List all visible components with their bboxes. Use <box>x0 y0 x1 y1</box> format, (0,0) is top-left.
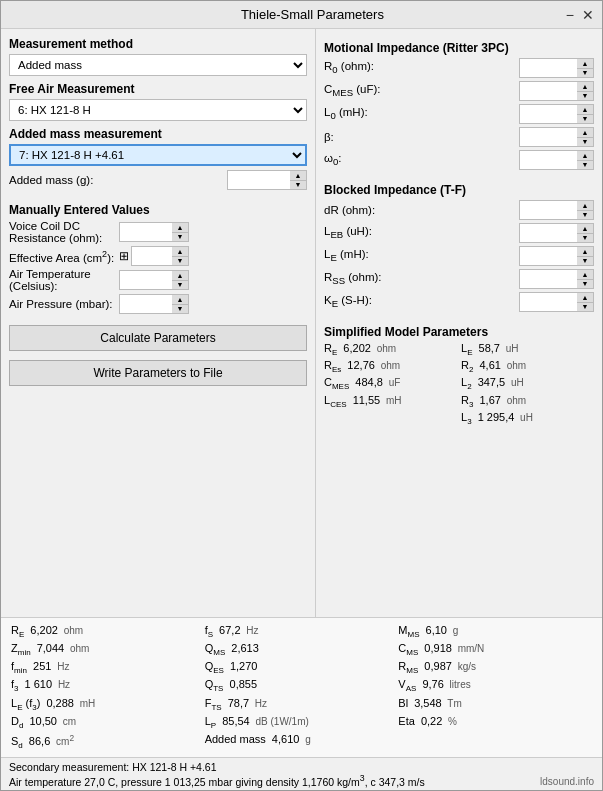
stat-FTS: FTS 78,7 Hz <box>205 697 399 712</box>
voice-coil-spinner[interactable]: ▲ ▼ <box>172 223 188 241</box>
air-temp-spinner[interactable]: ▲ ▼ <box>172 271 188 289</box>
calculate-button[interactable]: Calculate Parameters <box>9 325 307 351</box>
spin-up-btn[interactable]: ▲ <box>172 247 188 257</box>
free-air-section: Free Air Measurement 6: HX 121-8 H <box>9 82 307 121</box>
added-mass-section: Added mass measurement 7: HX 121-8 H +4.… <box>9 127 307 193</box>
RSS-label: RSS (ohm): <box>324 271 519 286</box>
L0-row: L0 (mH): 10,447 ▲▼ <box>324 104 594 124</box>
footer-line1: Secondary measurement: HX 121-8 H +4.61 <box>9 761 540 773</box>
omega0-spinner[interactable]: ▲▼ <box>577 151 593 169</box>
CMES-spinner[interactable]: ▲▼ <box>577 82 593 100</box>
manually-section: Manually Entered Values Voice Coil DC Re… <box>9 199 307 316</box>
stat-CMS: CMS 0,918 mm/N <box>398 642 592 657</box>
dR-row: dR (ohm): -2,168 ▲▼ <box>324 200 594 220</box>
added-mass-g-spinner[interactable]: ▲ ▼ <box>290 171 306 189</box>
footer-text: Secondary measurement: HX 121-8 H +4.61 … <box>9 761 540 788</box>
spin-down-btn[interactable]: ▼ <box>172 305 188 314</box>
RSS-spinner[interactable]: ▲▼ <box>577 270 593 288</box>
LE-spinner[interactable]: ▲▼ <box>577 247 593 265</box>
omega0-label: ω0: <box>324 152 519 167</box>
air-pressure-input-container: 1013,25 ▲ ▼ <box>119 294 189 314</box>
close-button[interactable]: ✕ <box>582 8 594 22</box>
stat-RMS: RMS 0,987 kg/s <box>398 660 592 675</box>
stat-Bl: Bl 3,548 Tm <box>398 697 592 712</box>
air-pressure-label: Air Pressure (mbar): <box>9 298 119 310</box>
spin-up-btn[interactable]: ▲ <box>172 271 188 281</box>
measurement-method-select[interactable]: Added mass <box>9 54 307 76</box>
motional-label: Motional Impedance (Ritter 3PC) <box>324 41 594 55</box>
stat-QES: QES 1,270 <box>205 660 399 675</box>
simplified-grid: RE 6,202 ohm LE 58,7 uH REs 12,76 ohm <box>324 342 594 426</box>
stat-VAS: VAS 9,76 litres <box>398 678 592 693</box>
air-temp-row: Air Temperature (Celsius): 20 ▲ ▼ <box>9 268 307 292</box>
measurement-method-label: Measurement method <box>9 37 307 51</box>
spin-down-btn[interactable]: ▼ <box>172 233 188 242</box>
voice-coil-row: Voice Coil DC Resistance (ohm): 8,370 ▲ … <box>9 220 307 244</box>
KE-label: KE (S-H): <box>324 294 519 309</box>
stat-Eta: Eta 0,22 % <box>398 715 592 730</box>
CMES-label: CMES (uF): <box>324 83 519 98</box>
simplified-label: Simplified Model Parameters <box>324 325 594 339</box>
stat-QMS: QMS 2,613 <box>205 642 399 657</box>
LE-label: LE (mH): <box>324 248 519 263</box>
voice-coil-input-container: 8,370 ▲ ▼ <box>119 222 189 242</box>
stat-MMS: MMS 6,10 g <box>398 624 592 639</box>
simplified-R3: R3 1,67 ohm <box>461 394 594 409</box>
LEB-row: LEB (uH): 47,8 ▲▼ <box>324 223 594 243</box>
simplified-CMES: CMES 484,8 uF <box>324 376 457 391</box>
blocked-label: Blocked Impedance (T-F) <box>324 183 594 197</box>
titlebar: Thiele-Small Parameters − ✕ <box>1 1 602 29</box>
effective-area-spinner[interactable]: ▲ ▼ <box>172 247 188 265</box>
added-mass-label: Added mass measurement <box>9 127 307 141</box>
footer-brand: ldsound.info <box>540 776 594 787</box>
minimize-button[interactable]: − <box>566 8 574 22</box>
R0-spinner[interactable]: ▲▼ <box>577 59 593 77</box>
added-mass-g-row: Added mass (g): 4,610 ▲ ▼ <box>9 170 307 190</box>
LEB-spinner[interactable]: ▲▼ <box>577 224 593 242</box>
write-button[interactable]: Write Parameters to File <box>9 360 307 386</box>
spin-down-btn[interactable]: ▼ <box>290 181 306 190</box>
effective-area-label: Effective Area (cm2): <box>9 249 119 264</box>
simplified-REs: REs 12,76 ohm <box>324 359 457 374</box>
KE-row: KE (S-H): 0,0872 ▲▼ <box>324 292 594 312</box>
stat-fmin: fmin 251 Hz <box>11 660 205 675</box>
air-pressure-spinner[interactable]: ▲ ▼ <box>172 295 188 313</box>
right-panel: Motional Impedance (Ritter 3PC) R0 (ohm)… <box>316 29 602 617</box>
added-mass-select[interactable]: 7: HX 121-8 H +4.61 <box>9 144 307 166</box>
footer: Secondary measurement: HX 121-8 H +4.61 … <box>1 757 602 791</box>
simplified-L3: L3 1 295,4 uH <box>461 411 594 426</box>
spin-up-btn[interactable]: ▲ <box>172 223 188 233</box>
omega0-row: ω0: 631,6 ▲▼ <box>324 150 594 170</box>
spin-up-btn[interactable]: ▲ <box>290 171 306 181</box>
KE-spinner[interactable]: ▲▼ <box>577 293 593 311</box>
dR-spinner[interactable]: ▲▼ <box>577 201 593 219</box>
effective-area-icon[interactable]: ⊞ <box>119 249 129 263</box>
effective-area-input-container: 86,59 ▲ ▼ <box>131 246 189 266</box>
dR-label: dR (ohm): <box>324 204 519 216</box>
voice-coil-label: Voice Coil DC Resistance (ohm): <box>9 220 119 244</box>
stats-area: RE 6,202 ohm fS 67,2 Hz MMS 6,10 g Zmin … <box>1 617 602 757</box>
stat-Sd: Sd 86,6 cm2 <box>11 733 205 751</box>
simplified-CES: LCES 11,55 mH <box>324 394 457 409</box>
beta-row: β: 0,1476 ▲▼ <box>324 127 594 147</box>
spin-up-btn[interactable]: ▲ <box>172 295 188 305</box>
stat-LP: LP 85,54 dB (1W/1m) <box>205 715 399 730</box>
simplified-L2: L2 347,5 uH <box>461 376 594 391</box>
stat-RE: RE 6,202 ohm <box>11 624 205 639</box>
spin-down-btn[interactable]: ▼ <box>172 257 188 266</box>
added-mass-g-label: Added mass (g): <box>9 174 227 186</box>
R0-label: R0 (ohm): <box>324 60 519 75</box>
main-window: Thiele-Small Parameters − ✕ Measurement … <box>0 0 603 791</box>
free-air-label: Free Air Measurement <box>9 82 307 96</box>
beta-spinner[interactable]: ▲▼ <box>577 128 593 146</box>
stat-fS: fS 67,2 Hz <box>205 624 399 639</box>
free-air-select[interactable]: 6: HX 121-8 H <box>9 99 307 121</box>
stat-Dd: Dd 10,50 cm <box>11 715 205 730</box>
L0-spinner[interactable]: ▲▼ <box>577 105 593 123</box>
LE-row: LE (mH): 1,443 ▲▼ <box>324 246 594 266</box>
added-mass-g-input-container: 4,610 ▲ ▼ <box>227 170 307 190</box>
effective-area-row: Effective Area (cm2): ⊞ 86,59 ▲ ▼ <box>9 246 307 266</box>
CMES-row: CMES (uF): 484,8 ▲▼ <box>324 81 594 101</box>
spin-down-btn[interactable]: ▼ <box>172 281 188 290</box>
simplified-R2: R2 4,61 ohm <box>461 359 594 374</box>
